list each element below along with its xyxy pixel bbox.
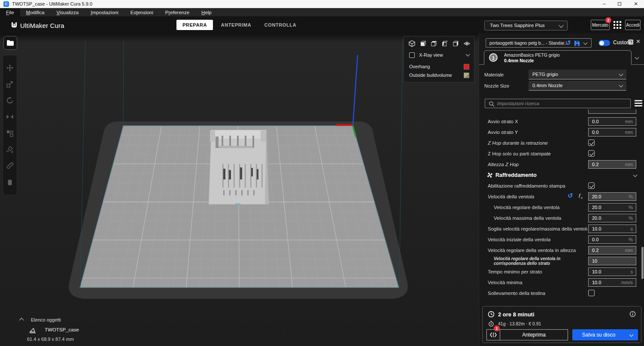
setting-row: Tempo minimo per strato10.0s (479, 267, 644, 277)
menu-modifica[interactable]: Modifica (20, 8, 51, 16)
model-twotsp-case[interactable] (209, 130, 269, 204)
custom-mode-toggle[interactable] (598, 40, 610, 46)
setting-row: Z Hop durante la retrazione (479, 138, 644, 148)
tab-monitor[interactable]: CONTROLLA (261, 20, 300, 30)
overhang-legend-row: Overhang (408, 64, 471, 70)
setting-input[interactable]: 20.0% (588, 192, 636, 201)
scale-tool-button[interactable] (6, 80, 14, 88)
setting-row: Velocità della ventola↺ƒx20.0% (479, 191, 644, 202)
close-button[interactable]: ✕ (629, 0, 642, 8)
object-list-item[interactable]: TWOTSP_case (45, 327, 79, 332)
setting-input[interactable]: 0.0mm (588, 128, 636, 137)
view-3d-icon[interactable] (408, 40, 416, 47)
setting-input[interactable]: 10.0s (588, 267, 636, 276)
setting-label: Velocità minima (488, 280, 522, 285)
menu-impostazioni[interactable]: Impostazioni (85, 8, 125, 16)
printer-selector[interactable]: Two Trees Sapphire Plus (484, 21, 568, 30)
open-file-button[interactable] (3, 36, 17, 50)
view-right-icon[interactable] (452, 40, 459, 47)
measure-tool-button[interactable] (6, 162, 14, 170)
rotate-tool-button[interactable] (6, 96, 14, 105)
material-dropdown[interactable]: PETG grigio (529, 70, 626, 79)
settings-search-input[interactable] (497, 100, 626, 107)
tab-preview[interactable]: ANTEPRIMA (217, 20, 255, 30)
scrollbar-thumb[interactable] (641, 247, 644, 279)
app-name: UltiMaker Cura (20, 22, 64, 29)
preview-button[interactable]: Anteprima (500, 330, 568, 340)
setting-input[interactable]: 20.0% (588, 214, 636, 222)
settings-menu-icon[interactable] (635, 100, 642, 106)
window-title: TWOTSP_case - UltiMaker Cura 5.9.0 (12, 1, 92, 6)
solid-tool-button[interactable] (6, 178, 14, 187)
view-front-icon[interactable] (419, 40, 427, 47)
setting-label: Avvio strato Y (488, 130, 518, 135)
object-list-header[interactable]: Elenco oggetti (31, 317, 61, 322)
setting-input[interactable]: 0.2mm (588, 246, 636, 255)
menu-preferenze[interactable]: Preferenze (159, 8, 195, 16)
overhang-color-swatch (464, 64, 469, 70)
setting-input[interactable]: 20.0% (588, 203, 636, 212)
settings-section[interactable]: Raffreddamento (479, 170, 644, 180)
support-blocker-button[interactable] (6, 146, 14, 154)
setting-unit: % (629, 194, 633, 199)
setting-row: Velocità regolare della ventola in altez… (479, 245, 644, 255)
chevron-down-icon[interactable] (629, 333, 634, 337)
setting-checkbox[interactable] (588, 140, 595, 146)
maximize-button[interactable] (613, 0, 626, 8)
setting-checkbox[interactable] (588, 290, 595, 296)
panel-close-icon[interactable]: ✕ (636, 38, 641, 45)
view-left-icon[interactable] (441, 40, 449, 47)
view-2d-icon[interactable] (463, 40, 471, 47)
save-to-disk-button[interactable]: Salva su disco (572, 329, 638, 340)
menu-visualizza[interactable]: Visualizza (50, 8, 85, 16)
popout-icon[interactable] (628, 39, 633, 45)
view-top-icon[interactable] (430, 40, 437, 47)
setting-input[interactable]: 0.2mm (588, 160, 636, 169)
chevron-down-icon[interactable] (583, 41, 588, 45)
setting-row-partial (479, 109, 644, 115)
formula-icon[interactable]: ƒx (578, 192, 583, 200)
tab-prepare[interactable]: PREPARA (176, 20, 213, 30)
extruder-tab[interactable]: 1 AmazonBasics PETG grigio 0.4mm Nozzle (484, 50, 632, 65)
menu-estensioni[interactable]: Estensioni (125, 8, 159, 16)
profile-selector[interactable]: portaoggetti bagno petg b... - Standar..… (486, 38, 592, 48)
profile-reset-icon[interactable]: ↺ (565, 39, 571, 47)
search-icon (489, 101, 495, 107)
applications-grid-icon[interactable] (614, 21, 622, 29)
setting-checkbox[interactable] (588, 182, 595, 189)
setting-label: Tempo minimo per strato (488, 269, 542, 274)
setting-checkbox[interactable] (588, 150, 595, 157)
chevron-down-icon[interactable] (635, 55, 639, 60)
setting-input[interactable] (588, 109, 636, 114)
setting-input[interactable]: 10.0s (588, 225, 636, 233)
gcode-button[interactable] (487, 330, 500, 340)
setting-value: 20.0 (592, 215, 601, 221)
sign-in-button[interactable]: Accedi (625, 20, 641, 30)
setting-label: Soglia velocità regolare/massima della v… (488, 226, 587, 231)
xray-checkbox[interactable] (409, 52, 415, 58)
setting-input[interactable]: 10.0mm/s (588, 278, 636, 287)
settings-search-box[interactable] (485, 99, 631, 108)
nozzle-size-dropdown[interactable]: 0.4mm Nozzle (529, 81, 626, 91)
save-profile-icon[interactable] (574, 40, 580, 46)
reset-setting-icon[interactable]: ↺ (568, 192, 573, 200)
setting-input[interactable]: 10 (588, 257, 636, 265)
setting-row: Soglia velocità regolare/massima della v… (479, 224, 644, 234)
setting-input[interactable]: 0.0mm (588, 117, 636, 126)
buildvolume-edge-back (123, 39, 124, 125)
setting-value: 10.0 (592, 280, 601, 285)
setting-row: Z Hop solo su parti stampate (479, 149, 644, 159)
chevron-down-icon[interactable] (466, 52, 470, 57)
per-model-settings-button[interactable] (6, 129, 14, 138)
viewport-3d[interactable]: X-Ray view Overhang Outside buildvolume … (0, 33, 479, 346)
move-tool-button[interactable] (6, 64, 14, 72)
menu-help[interactable]: Help (195, 8, 218, 16)
info-icon[interactable] (629, 311, 636, 317)
menu-file[interactable]: File (0, 8, 20, 16)
mirror-tool-button[interactable] (6, 112, 14, 121)
minimize-button[interactable]: – (598, 0, 611, 8)
clock-icon (488, 311, 495, 318)
setting-row: Velocità regolare della ventola in corri… (479, 256, 644, 266)
setting-row: Velocità massima della ventola20.0% (479, 213, 644, 223)
setting-input[interactable]: 0.0% (588, 235, 636, 244)
